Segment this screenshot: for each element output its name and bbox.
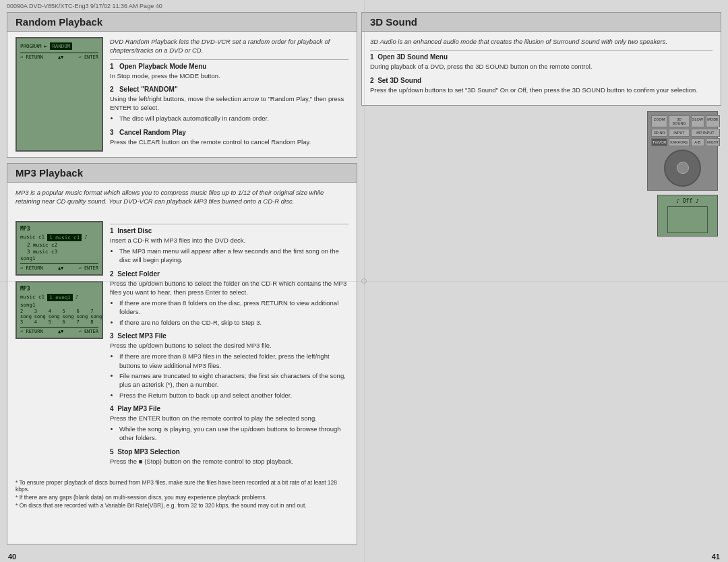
mp3-step2-bullets: If there are more than 8 folders on the … <box>110 299 348 327</box>
lcd1-enter: ⏎ ENTER <box>78 266 98 271</box>
3d-intro: 3D Audio is an enhanced audio mode that … <box>370 37 712 46</box>
btn-mpinput: MP INPUT <box>691 129 720 137</box>
mp3-step4-bullets: While the song is playing, you can use t… <box>110 425 348 443</box>
btn-night: NIGHT <box>706 138 720 146</box>
page-numbers: 40 41 <box>0 551 728 562</box>
mp3-intro: MP3 is a popular music format which allo… <box>16 188 348 206</box>
page-header: 00090A DVD-V85K/XTC-Eng3 9/17/02 11:36 A… <box>0 0 728 12</box>
remote-area: ZOOM 3D SOUND SLOW MODE 3D-NR INPUT MP I… <box>361 111 721 237</box>
3d-step-2: 2 Set 3D Sound Press the up/down buttons… <box>370 77 712 94</box>
footnote-1: * If there are any gaps (blank data) on … <box>16 494 348 501</box>
btn-3dsound: 3D SOUND <box>669 115 690 127</box>
page-container: 00090A DVD-V85K/XTC-Eng3 9/17/02 11:36 A… <box>0 0 728 562</box>
step1-title: Open Playback Mode Menu <box>119 63 206 70</box>
lcd2-song-item: 7 song 8 <box>90 309 102 325</box>
right-spacer <box>361 242 721 544</box>
remote-nav-circle <box>664 150 701 187</box>
btn-ab: A-B <box>691 138 704 146</box>
mp3-step3-text: Press the up/down buttons to select the … <box>110 341 348 350</box>
mp3-step5-num: 5 <box>110 448 114 456</box>
lcd-enter: ⏎ ENTER <box>78 55 98 60</box>
mp3-step4-title: Play MP3 File <box>117 405 160 412</box>
lcd-program-label: PROGRAM <box>20 43 42 49</box>
lcd1-music-c3: 3 music c3 <box>27 249 57 255</box>
lcd2-note: ♪ <box>75 294 79 301</box>
off-display-screen <box>667 206 708 233</box>
3d-sound-title: 3D Sound <box>362 13 721 32</box>
mp3-step4-num: 4 <box>110 405 114 412</box>
lcd1-music-c2: 2 music c2 <box>27 242 57 248</box>
mp3-step3-bullet1: File names are truncated to eight charac… <box>119 371 348 389</box>
lcd1-song1: song1 <box>20 255 36 261</box>
mp3-step2-title: Select Folder <box>117 270 160 278</box>
random-playback-body: PROGRAM ► RANDOM ⏎ RETURN ▲▼ ⏎ ENTER DVD… <box>7 32 357 157</box>
remote-nav-area <box>651 150 714 187</box>
mp3-body: MP3 music c1 1 music c1 ♪ 2 music c2 3 m… <box>7 216 357 476</box>
step2-num: 2 <box>110 86 114 93</box>
mp3-step2-text: Press the up/down buttons to select the … <box>110 279 348 297</box>
mp3-step3-title: Select MP3 File <box>117 332 166 340</box>
right-column: 3D Sound 3D Audio is an enhanced audio m… <box>361 12 721 544</box>
step2-title: Select "RANDOM" <box>119 86 178 93</box>
lcd2-songs-area: 2 song 33 song 44 song 55 song 66 song 7… <box>20 309 98 325</box>
main-content: Random Playback PROGRAM ► RANDOM ⏎ RETUR… <box>0 12 728 551</box>
mp3-step-1: 1 Insert Disc Insert a CD-R with MP3 fil… <box>110 227 348 265</box>
mp3-lcd1: MP3 music c1 1 music c1 ♪ 2 music c2 3 m… <box>16 221 103 276</box>
step3-title: Cancel Random Play <box>119 129 186 136</box>
mp3-step-2: 2 Select Folder Press the up/down button… <box>110 270 348 327</box>
mp3-step1-bullets: The MP3 main menu will appear after a fe… <box>110 247 348 265</box>
mp3-step1-text: Insert a CD-R with MP3 files into the DV… <box>110 236 348 245</box>
left-column: Random Playback PROGRAM ► RANDOM ⏎ RETUR… <box>7 12 357 544</box>
lcd-arrow: ► <box>44 43 48 49</box>
3d-step2-title: Set 3D Sound <box>377 77 421 84</box>
mp3-step3-num: 3 <box>110 332 114 340</box>
mp3-lcd-area: MP3 music c1 1 music c1 ♪ 2 music c2 3 m… <box>16 221 103 471</box>
mp3-step-5: 5 Stop MP3 Selection Press the ■ (Stop) … <box>110 448 348 466</box>
3d-step1-title: Open 3D Sound Menu <box>377 53 448 61</box>
btn-3dnr: 3D-NR <box>651 129 667 137</box>
mp3-step4-bullet0: While the song is playing, you can use t… <box>119 425 348 443</box>
mp3-lcd2: MP3 music c1 1 exeq1 ♪ song1 2 song 33 s… <box>16 281 103 339</box>
lcd1-header: MP3 <box>20 226 98 232</box>
mp3-step1-num: 1 <box>110 227 114 235</box>
mp3-step2-bullet1: If there are no folders on the CD-R, ski… <box>119 318 348 327</box>
lcd2-header: MP3 <box>20 286 98 292</box>
lcd2-song-item: 2 song 3 <box>20 309 32 325</box>
mp3-step4-text: Press the ENTER button on the remote con… <box>110 414 348 423</box>
random-step-2: 2 Select "RANDOM" Using the left/right b… <box>110 86 348 123</box>
3d-step2-text: Press the up/down buttons to set "3D Sou… <box>370 86 712 94</box>
remote-nav-center <box>677 162 689 174</box>
mp3-step5-text: Press the ■ (Stop) button on the remote … <box>110 457 348 466</box>
mp3-playback-title: MP3 Playback <box>7 164 357 183</box>
mp3-step2-bullet0: If there are more than 8 folders on the … <box>119 299 348 317</box>
btn-karaoke: KARAOKE <box>669 138 690 146</box>
mp3-playback-section: MP3 Playback MP3 is a popular music form… <box>7 163 357 544</box>
random-lcd: PROGRAM ► RANDOM ⏎ RETURN ▲▼ ⏎ ENTER <box>16 37 103 152</box>
3d-body: 3D Audio is an enhanced audio mode that … <box>362 32 721 105</box>
3d-step-1: 1 Open 3D Sound Menu During playback of … <box>370 53 712 71</box>
lcd-nav: ▲▼ <box>58 55 63 60</box>
3d-steps: 3D Audio is an enhanced audio mode that … <box>370 37 712 100</box>
3d-step1-text: During playback of a DVD, press the 3D S… <box>370 62 712 71</box>
3d-step2-num: 2 <box>370 77 374 84</box>
page-right: 41 <box>712 553 720 561</box>
mp3-step1-title: Insert Disc <box>117 227 152 235</box>
lcd2-song1: song1 <box>20 302 36 308</box>
mp3-step5-title: Stop MP3 Selection <box>117 448 180 456</box>
mp3-step3-bullet2: Press the Return button to back up and s… <box>119 391 348 400</box>
step2-text: Using the left/right buttons, move the s… <box>110 94 348 113</box>
random-step-1: 1 Open Playback Mode Menu In Stop mode, … <box>110 63 348 80</box>
btn-zoom: ZOOM <box>651 115 667 127</box>
lcd-return: ⏎ RETURN <box>20 55 43 60</box>
lcd1-folder-selected: 1 music c1 <box>47 234 82 241</box>
step1-text: In Stop mode, press the MODE button. <box>110 71 348 80</box>
random-step-3: 3 Cancel Random Play Press the CLEAR but… <box>110 129 348 146</box>
footnote-0: * To ensure proper playback of discs bur… <box>16 479 348 493</box>
btn-mode: MODE <box>706 115 720 127</box>
lcd2-song-item: 5 song 6 <box>63 309 74 325</box>
3d-sound-section: 3D Sound 3D Audio is an enhanced audio m… <box>361 12 721 106</box>
mp3-step3-bullet0: If there are more than 8 MP3 files in th… <box>119 352 348 370</box>
lcd1-note: ♪ <box>84 234 88 241</box>
random-intro: DVD Random Playback lets the DVD-VCR set… <box>110 37 348 55</box>
lcd2-return: ⏎ RETURN <box>20 329 43 334</box>
